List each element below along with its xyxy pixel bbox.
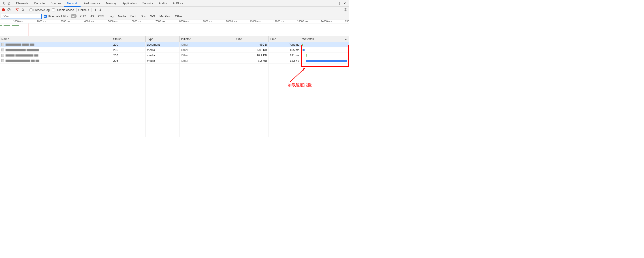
timeline-tick: 6000 ms [132,20,141,22]
throttle-select[interactable]: Online ▼ [76,7,92,12]
col-header-type[interactable]: Type [146,36,180,42]
disable-cache-checkbox[interactable]: Disable cache [52,8,74,12]
tab-elements[interactable]: Elements [13,0,31,6]
redacted-name [6,44,34,46]
tab-application[interactable]: Application [120,0,140,6]
filter-font[interactable]: Font [129,14,138,18]
col-header-waterfall[interactable]: Waterfall▲ [301,36,349,42]
dock-controls [1,0,13,6]
timeline-tick: 12000 ms [274,20,284,22]
cell-type: media [146,47,180,52]
filter-input[interactable] [1,14,42,19]
preserve-log-checkbox[interactable]: Preserve log [30,8,50,12]
cell-size: 18.9 KB [235,53,268,58]
throttle-value: Online [78,8,87,12]
filter-media[interactable]: Media [116,14,127,18]
devtools-tabs: Elements Console Sources Network Perform… [0,0,349,7]
table-row[interactable]: 200 document Other 459 B Pending [0,42,349,47]
tab-audits[interactable]: Audits [156,0,170,6]
tab-memory[interactable]: Memory [103,0,120,6]
redacted-name [6,60,39,62]
cell-type: media [146,58,180,63]
cell-status: 206 [112,47,146,52]
cell-name [0,58,112,63]
file-icon [1,54,4,57]
upload-icon[interactable]: ⬆ [94,8,97,12]
file-icon [1,48,4,51]
cell-initiator: Other [180,47,235,52]
filter-manifest[interactable]: Manifest [158,14,172,18]
tab-sources[interactable]: Sources [48,0,64,6]
timeline-tick: 150 [345,20,349,22]
cell-type: media [146,53,180,58]
cell-status: 206 [112,58,146,63]
filter-ws[interactable]: WS [149,14,156,18]
timeline-tick: 14000 ms [321,20,332,22]
filter-img[interactable]: Img [108,14,115,18]
col-header-name[interactable]: Name [0,36,112,42]
filter-other[interactable]: Other [174,14,184,18]
devtools-right-controls: ⋮ ✕ [338,1,348,5]
sort-arrow-icon: ▲ [345,38,347,40]
filter-css[interactable]: CSS [97,14,106,18]
network-table-body: 200 document Other 459 B Pending 206 med… [0,42,349,137]
network-toolbar: Preserve log Disable cache Online ▼ ⬆ ⬇ [0,7,349,13]
tab-console[interactable]: Console [31,0,48,6]
table-row[interactable]: 206 media Other 18.9 KB 191 ms [0,53,349,58]
col-header-status[interactable]: Status [112,36,146,42]
clear-button[interactable] [7,8,11,12]
timeline-tick: 10000 ms [226,20,237,22]
kebab-icon[interactable]: ⋮ [338,1,341,5]
inspect-icon[interactable] [3,1,7,5]
timeline-overview[interactable]: 1000 ms 2000 ms 3000 ms 4000 ms 5000 ms … [0,19,349,36]
timeline-tick: 5000 ms [108,20,118,22]
col-header-time[interactable]: Time [268,36,301,42]
network-table-header: Name Status Type Initiator Size Time Wat… [0,36,349,42]
cell-initiator: Other [180,42,235,47]
table-row[interactable]: 206 media Other 7.2 MB 12.67 s [0,58,349,63]
timeline-tick: 13000 ms [297,20,308,22]
close-icon[interactable]: ✕ [344,1,346,5]
filter-all[interactable]: All [71,14,76,18]
filter-doc[interactable]: Doc [140,14,147,18]
timeline-tick: 8000 ms [179,20,189,22]
record-button[interactable] [2,8,5,11]
timeline-tick: 7000 ms [156,20,165,22]
svg-line-5 [24,10,24,11]
tab-adblock[interactable]: AdBlock [170,0,186,6]
filter-xhr[interactable]: XHR [78,14,87,18]
table-row[interactable]: 206 media Other 588 KB 465 ms [0,47,349,53]
cell-type: document [146,42,180,47]
settings-icon[interactable] [344,8,347,12]
col-header-size[interactable]: Size [235,36,268,42]
hide-data-urls-input[interactable] [44,15,47,18]
filter-icon[interactable] [16,8,19,12]
tab-performance[interactable]: Performance [80,0,103,6]
preserve-log-input[interactable] [30,8,32,11]
file-icon [1,59,4,62]
search-icon[interactable] [21,8,25,12]
cell-time: 191 ms [268,53,301,58]
hide-data-urls-checkbox[interactable]: Hide data URLs [44,14,68,18]
disable-cache-label: Disable cache [56,8,74,12]
device-icon[interactable] [7,1,11,5]
empty-area [0,63,349,137]
cell-waterfall [301,58,349,63]
download-icon[interactable]: ⬇ [99,8,102,12]
cell-size: 459 B [235,42,268,47]
timeline-tick: 9000 ms [203,20,212,22]
cell-waterfall [301,53,349,58]
cell-initiator: Other [180,53,235,58]
filter-js[interactable]: JS [89,14,95,18]
hide-data-urls-label: Hide data URLs [48,14,68,18]
svg-line-3 [8,9,10,11]
col-header-initiator[interactable]: Initiator [180,36,235,42]
disable-cache-input[interactable] [52,8,55,11]
tab-network[interactable]: Network [64,0,81,6]
cell-name [0,47,112,52]
file-icon [1,43,4,46]
tab-security[interactable]: Security [140,0,156,6]
cell-status: 206 [112,53,146,58]
timeline-ticks: 1000 ms 2000 ms 3000 ms 4000 ms 5000 ms … [0,19,349,23]
preserve-log-label: Preserve log [33,8,50,12]
